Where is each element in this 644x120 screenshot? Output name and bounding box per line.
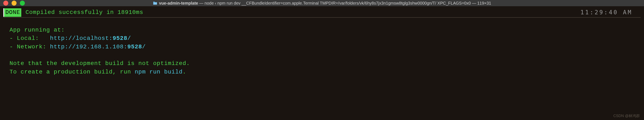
status-line: DONE Compiled successfully in 18910ms 11… xyxy=(3,8,641,17)
note-prefix: To create a production build, run xyxy=(10,69,135,75)
title-rest: — node ‹ npm run dev __CFBundleIdentifie… xyxy=(198,1,491,6)
traffic-lights xyxy=(3,1,25,6)
app-running-block: App running at: - Local: http://localhos… xyxy=(3,26,641,76)
timestamp: 11:29:40 AM xyxy=(580,8,641,17)
network-port: 9528 xyxy=(128,44,142,50)
window-titlebar: vue-admin-template — node ‹ npm run dev … xyxy=(0,0,644,6)
note-line-1: Note that the development build is not o… xyxy=(10,59,641,68)
note-suffix: . xyxy=(182,69,186,75)
local-url-prefix: http://localhost: xyxy=(50,35,113,41)
separator xyxy=(3,17,641,18)
blank-line xyxy=(10,51,641,59)
local-port: 9528 xyxy=(113,35,128,41)
terminal-output[interactable]: DONE Compiled successfully in 18910ms 11… xyxy=(0,6,644,79)
network-url-suffix: / xyxy=(142,44,146,50)
minimize-button[interactable] xyxy=(12,1,16,6)
close-button[interactable] xyxy=(3,1,8,6)
window-title: vue-admin-template — node ‹ npm run dev … xyxy=(153,1,491,6)
local-url-suffix: / xyxy=(128,35,131,41)
done-badge: DONE xyxy=(3,8,21,17)
app-running-label: App running at: xyxy=(10,26,641,34)
note-line-2: To create a production build, run npm ru… xyxy=(10,68,641,76)
compiled-message: Compiled successfully in 18910ms xyxy=(26,8,143,17)
maximize-button[interactable] xyxy=(20,1,25,6)
title-folder-name: vue-admin-template xyxy=(159,1,198,6)
folder-icon xyxy=(153,1,158,5)
network-url-line: - Network: http://192.168.1.108:9528/ xyxy=(10,43,641,51)
network-label: - Network: xyxy=(10,44,50,50)
note-command: npm run build xyxy=(135,69,182,75)
local-url-line: - Local: http://localhost:9528/ xyxy=(10,34,641,43)
network-url-prefix: http://192.168.1.108: xyxy=(50,44,128,50)
local-label: - Local: xyxy=(10,35,50,41)
watermark: CSDN @林鸿群 xyxy=(614,113,640,118)
